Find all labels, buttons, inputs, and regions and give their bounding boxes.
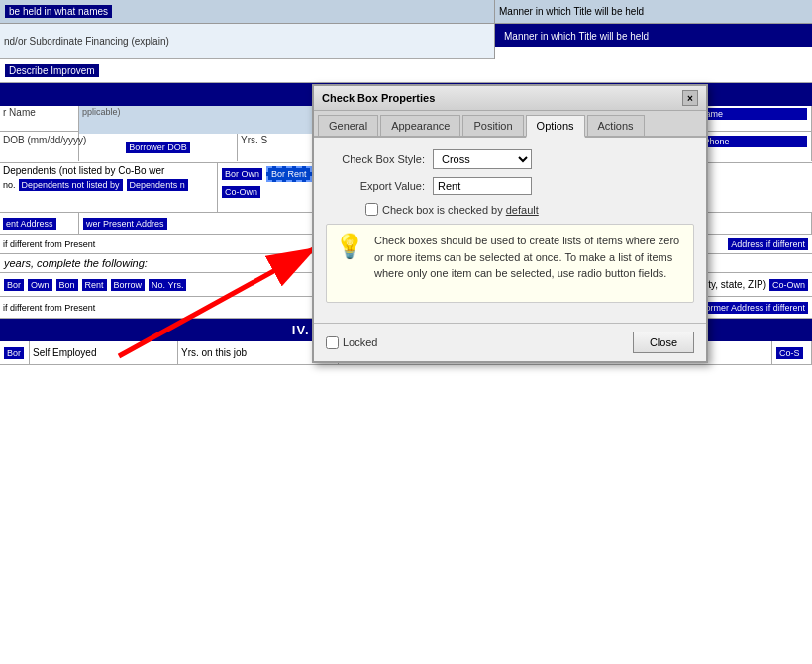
yrs-job-label: Yrs. on this job [181,347,247,358]
tag2-bon: Bon [56,279,78,291]
locked-label: Locked [343,336,377,348]
if-diff-field: Address if different [728,238,808,250]
locked-row: Locked [326,336,377,349]
check-box-style-label: Check Box Style: [326,153,425,165]
dep-no-label: no. [3,180,16,190]
check-box-style-select[interactable]: Cross Check Circle Diamond Square Star [433,149,532,169]
export-value-input[interactable] [433,177,532,195]
default-checked-label: Check box is checked by default [382,204,539,216]
dep-field1: Dependents not listed by [19,179,123,191]
title-held-field: Manner in which Title will be held [500,30,653,43]
check-box-properties-dialog: Check Box Properties × General Appearanc… [312,84,708,363]
co-own2-tag: Co-Own [769,279,808,291]
dialog-tabs: General Appearance Position Options Acti… [314,111,706,138]
check-box-style-row: Check Box Style: Cross Check Circle Diam… [326,149,694,169]
title-held-label: Manner in which Title will be held [499,6,644,17]
co-owner-present-field: wer Present Addres [83,218,167,230]
self-employed-label: Self Employed [33,347,96,358]
subordinate-label: nd/or Subordinate Financing (explain) [4,36,169,47]
tab-actions[interactable]: Actions [587,115,645,136]
tag2-bor: Bor [4,279,24,291]
dob-label: DOB (mm/dd/yyyy) [3,135,75,145]
dialog-body: Check Box Style: Cross Check Circle Diam… [314,138,706,323]
co-self-tag: Co-S [776,347,803,359]
tag2-no-yrs: No. Yrs. [149,279,186,291]
present-address-tag: ent Address [3,218,56,230]
co-own-tag: Co-Own [222,186,260,198]
dialog-title: Check Box Properties [322,92,435,104]
info-box: 💡 Check boxes should be used to create l… [326,224,694,303]
tag-bor-own: Bor Own [222,168,262,180]
locked-checkbox[interactable] [326,336,339,349]
yrs-label: Yrs. S [241,135,313,145]
dob-field: Borrower DOB [126,142,190,153]
dep-field2: Dependents n [127,179,188,191]
dialog-footer: Locked Close [314,323,706,361]
tab-general[interactable]: General [318,115,378,136]
tag2-own: Own [28,279,52,291]
default-checked-checkbox[interactable] [365,203,378,216]
info-icon: 💡 [335,233,364,294]
dialog-close-button[interactable]: × [682,90,698,106]
tab-appearance[interactable]: Appearance [380,115,460,136]
export-value-label: Export Value: [326,180,425,192]
former-if-diff: if different from Present [3,303,95,313]
dialog-titlebar: Check Box Properties × [314,86,706,111]
tab-options[interactable]: Options [526,115,585,138]
tab-position[interactable]: Position [462,115,523,136]
bor-self-tag: Bor [4,347,24,359]
export-value-row: Export Value: [326,177,694,195]
info-text: Check boxes should be used to create lis… [374,233,685,294]
former-if-diff-field: Former Address if different [697,302,808,314]
held-names-field: be held in what names [5,5,112,18]
if-diff-label1: if different from Present [3,239,95,249]
describe-field: Describe Improvem [5,64,99,77]
dependents-label: Dependents (not listed by Co-Bo wer [3,165,214,176]
tag2-borrow: Borrow [111,279,146,291]
tag2-rent: Rent [82,279,107,291]
tag-bor-rent-selected: Bor Rent [266,166,312,182]
borrower-name-label: r Name [3,107,75,118]
close-button[interactable]: Close [633,332,694,353]
default-checked-row: Check box is checked by default [365,203,694,216]
